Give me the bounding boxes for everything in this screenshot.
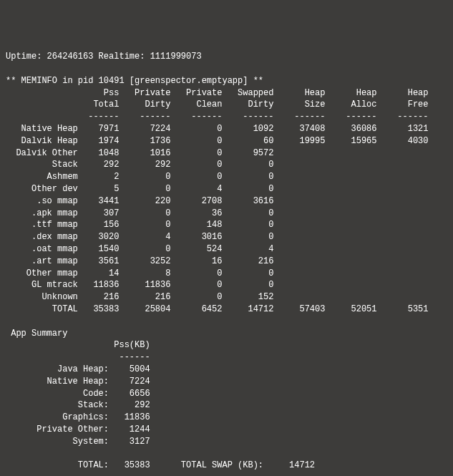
terminal-output: Uptime: 264246163 Realtime: 1111999073 *… — [6, 51, 447, 476]
